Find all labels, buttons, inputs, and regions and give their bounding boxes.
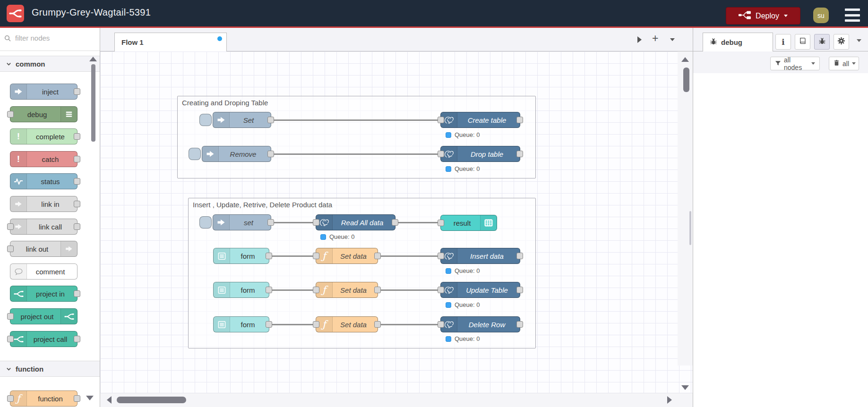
input-port[interactable]	[438, 287, 444, 293]
input-port[interactable]	[313, 253, 319, 259]
output-port[interactable]	[267, 151, 274, 157]
node-delete-row[interactable]: Delete Row	[440, 316, 520, 332]
inject-button[interactable]	[199, 114, 212, 126]
palette-node-debug[interactable]: debug	[10, 106, 77, 122]
input-port[interactable]	[313, 321, 319, 328]
input-port[interactable]	[7, 313, 14, 320]
output-port[interactable]	[74, 201, 80, 207]
canvas-scroll-right-arrow[interactable]	[667, 396, 672, 404]
wire[interactable]	[271, 119, 440, 121]
input-port[interactable]	[438, 253, 444, 259]
output-port[interactable]	[266, 287, 272, 293]
info-panel-button[interactable]: i	[775, 34, 791, 50]
output-port[interactable]	[74, 133, 80, 140]
category-common[interactable]: common	[0, 56, 100, 72]
canvas-vertical-scrollbar[interactable]	[678, 51, 693, 365]
palette-node-link-in[interactable]: link in	[10, 196, 77, 212]
palette-node-project-out[interactable]: project out	[10, 308, 77, 324]
node-read-all-data[interactable]: Read All data	[316, 214, 395, 230]
node-form[interactable]: form	[213, 282, 269, 298]
canvas-scroll-down-arrow[interactable]	[681, 385, 689, 390]
wire[interactable]	[395, 222, 440, 223]
user-avatar[interactable]: su	[813, 8, 829, 23]
tab-debug[interactable]: debug	[703, 33, 773, 51]
tab-menu-caret[interactable]	[670, 38, 675, 41]
palette-node-status[interactable]: status	[10, 173, 77, 189]
palette-node-project-call[interactable]: project call	[10, 331, 77, 347]
inject-button[interactable]	[199, 216, 212, 229]
output-port[interactable]	[74, 290, 80, 297]
wire[interactable]	[271, 153, 440, 155]
wire[interactable]	[269, 324, 316, 325]
node-form[interactable]: form	[213, 248, 269, 264]
palette-node-complete[interactable]: !complete	[10, 128, 77, 144]
palette-node-catch[interactable]: !catch	[10, 151, 77, 167]
input-port[interactable]	[438, 220, 444, 226]
input-port[interactable]	[438, 117, 444, 123]
palette-node-project-in[interactable]: project in	[10, 286, 77, 302]
input-port[interactable]	[438, 151, 444, 157]
output-port[interactable]	[74, 88, 80, 95]
palette-scroll-down-arrow[interactable]	[86, 396, 94, 400]
canvas-scroll-left-arrow[interactable]	[107, 396, 112, 404]
output-port[interactable]	[516, 151, 523, 157]
input-port[interactable]	[313, 219, 319, 226]
output-port[interactable]	[516, 287, 523, 293]
debug-clear-button[interactable]: all	[829, 57, 859, 70]
node-remove[interactable]: Remove	[202, 146, 271, 162]
output-port[interactable]	[267, 219, 274, 226]
add-flow-button[interactable]: +	[652, 32, 658, 45]
node-drop-table[interactable]: Drop table	[440, 146, 520, 162]
input-port[interactable]	[438, 321, 444, 328]
palette-scrollbar-thumb[interactable]	[91, 64, 95, 142]
palette-node-link-out[interactable]: link out	[10, 241, 77, 257]
output-port[interactable]	[516, 117, 523, 123]
category-function[interactable]: function	[0, 361, 100, 377]
debug-panel-button[interactable]	[814, 34, 830, 50]
palette-scroll-up-arrow[interactable]	[89, 57, 97, 61]
output-port[interactable]	[267, 117, 274, 123]
node-insert-data[interactable]: Insert data	[440, 248, 520, 264]
node-set-data[interactable]: ƒSet data	[316, 248, 378, 264]
input-port[interactable]	[7, 111, 14, 118]
help-panel-button[interactable]	[795, 34, 810, 50]
deploy-button[interactable]: Deploy	[726, 7, 800, 25]
palette-node-function[interactable]: ƒfunction	[10, 390, 77, 407]
output-port[interactable]	[516, 253, 523, 259]
canvas-vertical-thumb[interactable]	[683, 68, 689, 92]
wire[interactable]	[378, 289, 440, 291]
wire[interactable]	[269, 255, 316, 257]
output-port[interactable]	[374, 287, 381, 293]
palette-search-input[interactable]	[14, 34, 87, 42]
output-port[interactable]	[374, 321, 381, 328]
node-set-data[interactable]: ƒSet data	[316, 282, 378, 298]
input-port[interactable]	[7, 336, 14, 342]
input-port[interactable]	[313, 287, 319, 293]
sidebar-menu-caret[interactable]	[857, 39, 861, 42]
node-create-table[interactable]: Create table	[440, 112, 520, 128]
node-set[interactable]: Set	[213, 112, 271, 128]
output-port[interactable]	[374, 253, 381, 259]
node-set[interactable]: set	[213, 214, 271, 230]
deploy-caret-icon[interactable]	[784, 15, 788, 17]
canvas-secondary-thumb[interactable]	[689, 211, 691, 245]
output-port[interactable]	[74, 223, 80, 230]
config-panel-button[interactable]	[834, 34, 849, 50]
wire[interactable]	[378, 255, 440, 257]
node-form[interactable]: form	[213, 316, 269, 332]
canvas-horizontal-scrollbar[interactable]	[100, 393, 693, 407]
palette-node-comment[interactable]: comment	[10, 263, 77, 280]
input-port[interactable]	[7, 395, 14, 402]
output-port[interactable]	[74, 336, 80, 342]
main-menu-button[interactable]	[845, 8, 860, 22]
node-update-table[interactable]: Update Table	[440, 282, 520, 298]
palette-node-inject[interactable]: inject	[10, 84, 77, 100]
debug-filter-button[interactable]: all nodes	[770, 57, 820, 70]
workspace-grid[interactable]: Creating and Droping TableInsert , Updat…	[100, 51, 693, 407]
inject-button[interactable]	[189, 148, 201, 160]
output-port[interactable]	[74, 395, 80, 402]
node-set-data[interactable]: ƒSet data	[316, 316, 378, 332]
tab-flow-1[interactable]: Flow 1	[114, 33, 227, 51]
wire[interactable]	[378, 324, 440, 325]
node-result[interactable]: result	[440, 215, 497, 231]
